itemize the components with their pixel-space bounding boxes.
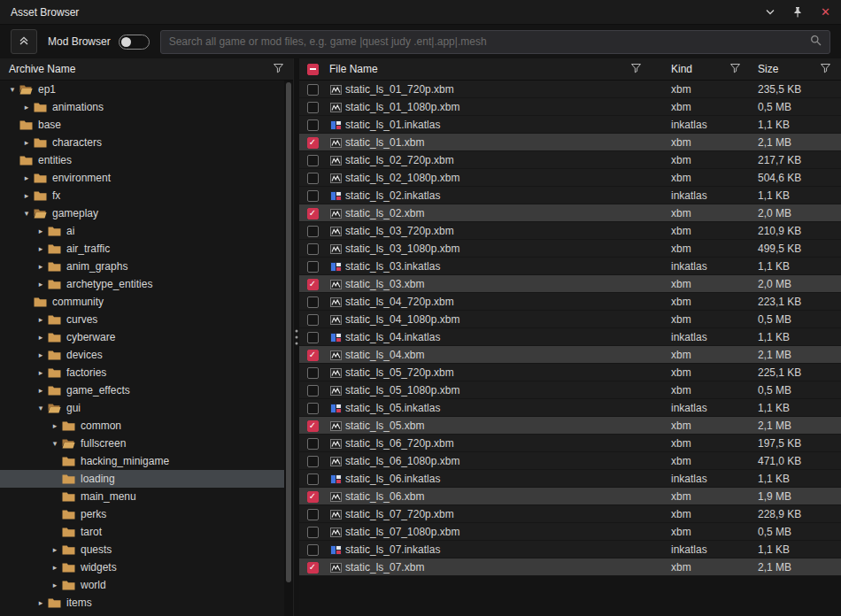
tree-item-community[interactable]: community — [0, 293, 284, 311]
table-row[interactable]: static_ls_06_1080p.xbmxbm471,0 KB — [299, 452, 841, 470]
tree-item-cyberware[interactable]: ▸cyberware — [0, 328, 284, 346]
table-row[interactable]: static_ls_01_720p.xbmxbm235,5 KB — [299, 81, 841, 98]
tree-item-anim_graphs[interactable]: ▸anim_graphs — [0, 258, 284, 275]
table-row[interactable]: static_ls_05.inkatlasinkatlas1,1 KB — [299, 399, 841, 417]
row-checkbox[interactable]: ✓ — [307, 491, 319, 503]
chevron-right-icon[interactable]: ▸ — [19, 173, 34, 182]
chevron-right-icon[interactable]: ▸ — [34, 333, 48, 342]
archive-name-header[interactable]: Archive Name — [9, 63, 75, 75]
pin-icon[interactable] — [792, 6, 803, 18]
table-row[interactable]: static_ls_04_720p.xbmxbm223,1 KB — [299, 293, 841, 311]
chevron-right-icon[interactable]: ▸ — [34, 315, 48, 324]
collapse-all-button[interactable] — [11, 29, 37, 54]
row-checkbox[interactable] — [307, 226, 319, 237]
select-all-checkbox[interactable] — [307, 64, 319, 75]
column-header-file-name[interactable]: File Name — [326, 63, 630, 75]
table-row[interactable]: static_ls_07_720p.xbmxbm228,9 KB — [299, 505, 841, 523]
row-checkbox[interactable]: ✓ — [307, 420, 319, 432]
table-row[interactable]: static_ls_03_1080p.xbmxbm499,5 KB — [299, 240, 841, 258]
tree-item-common[interactable]: ▸common — [0, 417, 284, 435]
row-checkbox[interactable] — [307, 385, 319, 397]
tree-item-characters[interactable]: ▸characters — [0, 134, 284, 151]
tree-item-perks[interactable]: perks — [0, 505, 284, 523]
row-checkbox[interactable] — [307, 261, 319, 273]
chevron-right-icon[interactable]: ▸ — [34, 262, 48, 271]
tree-item-ep1[interactable]: ▾ep1 — [0, 81, 284, 98]
table-row[interactable]: static_ls_06_720p.xbmxbm197,5 KB — [299, 435, 841, 452]
filter-icon[interactable] — [820, 63, 841, 76]
row-checkbox[interactable] — [307, 243, 319, 255]
chevron-right-icon[interactable]: ▸ — [48, 421, 62, 430]
row-checkbox[interactable] — [307, 403, 319, 414]
table-row[interactable]: static_ls_02_1080p.xbmxbm504,6 KB — [299, 169, 841, 187]
table-row[interactable]: static_ls_01_1080p.xbmxbm0,5 MB — [299, 98, 841, 116]
tree-item-fx[interactable]: ▸fx — [0, 187, 284, 204]
table-row[interactable]: static_ls_04_1080p.xbmxbm0,5 MB — [299, 311, 841, 328]
row-checkbox[interactable] — [307, 190, 319, 202]
tree-item-curves[interactable]: ▸curves — [0, 311, 284, 328]
row-checkbox[interactable]: ✓ — [307, 208, 319, 219]
column-header-size[interactable]: Size — [752, 63, 820, 75]
tree-item-main_menu[interactable]: main_menu — [0, 488, 284, 505]
column-header-kind[interactable]: Kind — [660, 63, 729, 75]
row-checkbox[interactable]: ✓ — [307, 279, 319, 290]
search-icon[interactable] — [810, 35, 822, 49]
row-checkbox[interactable] — [307, 456, 319, 467]
table-row[interactable]: static_ls_03.inkatlasinkatlas1,1 KB — [299, 258, 841, 275]
panel-splitter[interactable] — [293, 58, 299, 616]
row-checkbox[interactable] — [307, 544, 319, 556]
tree-item-entities[interactable]: entities — [0, 151, 284, 169]
table-row[interactable]: ✓static_ls_03.xbmxbm2,0 MB — [299, 275, 841, 293]
table-row[interactable]: static_ls_04.inkatlasinkatlas1,1 KB — [299, 328, 841, 346]
table-row[interactable]: static_ls_03_720p.xbmxbm210,9 KB — [299, 222, 841, 240]
tree-item-animations[interactable]: ▸animations — [0, 98, 284, 116]
tree-item-archetype_entities[interactable]: ▸archetype_entities — [0, 275, 284, 293]
chevron-right-icon[interactable]: ▸ — [19, 103, 34, 112]
scrollbar-thumb[interactable] — [286, 82, 291, 582]
filter-icon[interactable] — [273, 63, 284, 76]
tree-item-game_effects[interactable]: ▸game_effects — [0, 381, 284, 399]
chevron-right-icon[interactable]: ▸ — [34, 386, 48, 395]
close-icon[interactable]: ✕ — [821, 6, 830, 18]
chevron-right-icon[interactable]: ▸ — [19, 138, 34, 147]
table-row[interactable]: ✓static_ls_06.xbmxbm1,9 MB — [299, 488, 841, 505]
table-row[interactable]: static_ls_06.inkatlasinkatlas1,1 KB — [299, 470, 841, 488]
tree-item-gameplay[interactable]: ▾gameplay — [0, 204, 284, 222]
chevron-right-icon[interactable]: ▸ — [48, 563, 62, 572]
table-row[interactable]: ✓static_ls_05.xbmxbm2,1 MB — [299, 417, 841, 435]
table-row[interactable]: static_ls_07.inkatlasinkatlas1,1 KB — [299, 541, 841, 558]
chevron-right-icon[interactable]: ▸ — [19, 191, 34, 200]
tree-item-loading[interactable]: loading — [0, 470, 284, 488]
row-checkbox[interactable] — [307, 173, 319, 184]
tree-item-environment[interactable]: ▸environment — [0, 169, 284, 187]
table-row[interactable]: static_ls_05_720p.xbmxbm225,1 KB — [299, 364, 841, 381]
search-input[interactable] — [169, 35, 803, 48]
tree-item-gui[interactable]: ▾gui — [0, 399, 284, 417]
row-checkbox[interactable] — [307, 332, 319, 343]
row-checkbox[interactable] — [307, 367, 319, 379]
caret-down-icon[interactable] — [766, 9, 775, 15]
tree-item-world[interactable]: ▸world — [0, 576, 284, 594]
chevron-right-icon[interactable]: ▸ — [34, 244, 48, 253]
filter-icon[interactable] — [630, 63, 660, 76]
row-checkbox[interactable]: ✓ — [307, 350, 319, 361]
row-checkbox[interactable]: ✓ — [307, 137, 319, 149]
row-checkbox[interactable] — [307, 474, 319, 485]
row-checkbox[interactable] — [307, 155, 319, 166]
tree-item-quests[interactable]: ▸quests — [0, 541, 284, 558]
tree-item-air_traffic[interactable]: ▸air_traffic — [0, 240, 284, 258]
tree-item-ai[interactable]: ▸ai — [0, 222, 284, 240]
chevron-right-icon[interactable]: ▸ — [34, 280, 48, 289]
table-row[interactable]: static_ls_01.inkatlasinkatlas1,1 KB — [299, 116, 841, 134]
row-checkbox[interactable] — [307, 438, 319, 450]
chevron-right-icon[interactable]: ▸ — [34, 368, 48, 377]
tree-item-items[interactable]: ▸items — [0, 594, 284, 612]
row-checkbox[interactable] — [307, 509, 319, 520]
tree-scrollbar[interactable] — [284, 81, 293, 616]
chevron-right-icon[interactable]: ▸ — [34, 350, 48, 359]
tree-item-fullscreen[interactable]: ▾fullscreen — [0, 435, 284, 452]
table-row[interactable]: static_ls_02_720p.xbmxbm217,7 KB — [299, 151, 841, 169]
chevron-down-icon[interactable]: ▾ — [5, 85, 19, 94]
table-row[interactable]: ✓static_ls_04.xbmxbm2,1 MB — [299, 346, 841, 364]
row-checkbox[interactable] — [307, 296, 319, 308]
